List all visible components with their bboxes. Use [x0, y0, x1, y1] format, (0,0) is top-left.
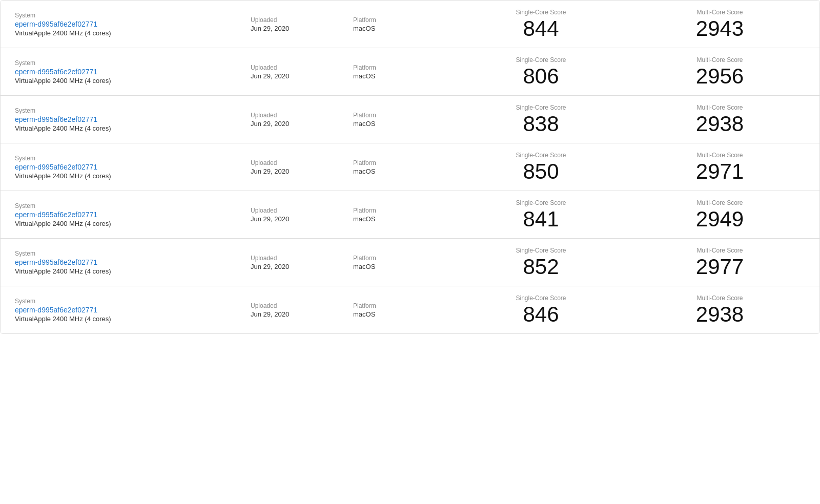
multi-core-score: 2971 [634, 161, 805, 182]
system-link[interactable]: eperm-d995af6e2ef02771 [15, 115, 242, 123]
uploaded-label: Uploaded [251, 64, 345, 71]
table-row: System eperm-d995af6e2ef02771 VirtualApp… [1, 239, 819, 286]
system-col: System eperm-d995af6e2ef02771 VirtualApp… [11, 200, 247, 229]
single-core-score: 852 [456, 256, 626, 278]
uploaded-value: Jun 29, 2020 [251, 215, 345, 223]
multi-core-col: Multi-Core Score 2956 [630, 54, 809, 89]
table-row: System eperm-d995af6e2ef02771 VirtualApp… [1, 96, 819, 143]
multi-core-col: Multi-Core Score 2943 [630, 7, 809, 41]
uploaded-col: Uploaded Jun 29, 2020 [247, 205, 349, 225]
uploaded-value: Jun 29, 2020 [251, 167, 345, 175]
single-core-label: Single-Core Score [456, 152, 626, 159]
system-sub: VirtualApple 2400 MHz (4 cores) [15, 172, 242, 180]
system-link[interactable]: eperm-d995af6e2ef02771 [15, 68, 242, 76]
single-core-label: Single-Core Score [456, 56, 626, 64]
uploaded-col: Uploaded Jun 29, 2020 [247, 157, 349, 177]
uploaded-col: Uploaded Jun 29, 2020 [247, 62, 349, 82]
platform-value: macOS [353, 310, 447, 318]
multi-core-label: Multi-Core Score [634, 199, 805, 206]
multi-core-label: Multi-Core Score [634, 295, 805, 302]
results-table: System eperm-d995af6e2ef02771 VirtualApp… [0, 0, 820, 334]
platform-col: Platform macOS [349, 62, 452, 82]
system-link[interactable]: eperm-d995af6e2ef02771 [15, 163, 242, 171]
platform-label: Platform [353, 255, 447, 262]
uploaded-value: Jun 29, 2020 [251, 263, 345, 270]
multi-core-col: Multi-Core Score 2977 [630, 245, 809, 280]
single-core-col: Single-Core Score 852 [452, 245, 630, 280]
system-label: System [15, 298, 242, 305]
system-label: System [15, 12, 242, 19]
single-core-col: Single-Core Score 838 [452, 102, 630, 137]
single-core-score: 806 [456, 66, 626, 87]
system-sub: VirtualApple 2400 MHz (4 cores) [15, 124, 242, 132]
system-col: System eperm-d995af6e2ef02771 VirtualApp… [11, 248, 247, 277]
system-link[interactable]: eperm-d995af6e2ef02771 [15, 258, 242, 266]
multi-core-score: 2938 [634, 113, 805, 135]
system-col: System eperm-d995af6e2ef02771 VirtualApp… [11, 57, 247, 87]
uploaded-value: Jun 29, 2020 [251, 72, 345, 80]
platform-label: Platform [353, 159, 447, 166]
platform-value: macOS [353, 215, 447, 223]
platform-col: Platform macOS [349, 110, 452, 130]
platform-label: Platform [353, 16, 447, 24]
multi-core-score: 2956 [634, 66, 805, 87]
uploaded-label: Uploaded [251, 302, 345, 309]
system-link[interactable]: eperm-d995af6e2ef02771 [15, 211, 242, 219]
single-core-label: Single-Core Score [456, 9, 626, 16]
uploaded-label: Uploaded [251, 207, 345, 214]
platform-label: Platform [353, 112, 447, 119]
uploaded-col: Uploaded Jun 29, 2020 [247, 110, 349, 130]
platform-col: Platform macOS [349, 300, 452, 320]
single-core-label: Single-Core Score [456, 199, 626, 206]
system-link[interactable]: eperm-d995af6e2ef02771 [15, 20, 242, 28]
multi-core-label: Multi-Core Score [634, 152, 805, 159]
uploaded-col: Uploaded Jun 29, 2020 [247, 253, 349, 272]
single-core-score: 850 [456, 161, 626, 182]
platform-col: Platform macOS [349, 253, 452, 272]
system-label: System [15, 250, 242, 257]
platform-value: macOS [353, 25, 447, 32]
table-row: System eperm-d995af6e2ef02771 VirtualApp… [1, 48, 819, 96]
multi-core-col: Multi-Core Score 2938 [630, 102, 809, 137]
multi-core-col: Multi-Core Score 2938 [630, 292, 809, 327]
system-label: System [15, 202, 242, 209]
single-core-score: 841 [456, 208, 626, 230]
system-sub: VirtualApple 2400 MHz (4 cores) [15, 220, 242, 227]
uploaded-value: Jun 29, 2020 [251, 120, 345, 128]
multi-core-col: Multi-Core Score 2949 [630, 197, 809, 232]
multi-core-label: Multi-Core Score [634, 9, 805, 16]
system-col: System eperm-d995af6e2ef02771 VirtualApp… [11, 105, 247, 134]
uploaded-value: Jun 29, 2020 [251, 25, 345, 32]
single-core-col: Single-Core Score 844 [452, 7, 630, 41]
system-col: System eperm-d995af6e2ef02771 VirtualApp… [11, 10, 247, 39]
single-core-label: Single-Core Score [456, 104, 626, 111]
uploaded-label: Uploaded [251, 112, 345, 119]
uploaded-label: Uploaded [251, 255, 345, 262]
table-row: System eperm-d995af6e2ef02771 VirtualApp… [1, 1, 819, 48]
single-core-label: Single-Core Score [456, 247, 626, 254]
multi-core-score: 2938 [634, 304, 805, 325]
platform-label: Platform [353, 207, 447, 214]
system-col: System eperm-d995af6e2ef02771 VirtualApp… [11, 296, 247, 325]
single-core-score: 844 [456, 18, 626, 39]
platform-col: Platform macOS [349, 205, 452, 225]
table-row: System eperm-d995af6e2ef02771 VirtualApp… [1, 286, 819, 333]
system-link[interactable]: eperm-d995af6e2ef02771 [15, 306, 242, 314]
single-core-score: 838 [456, 113, 626, 135]
platform-label: Platform [353, 64, 447, 71]
platform-col: Platform macOS [349, 157, 452, 177]
table-row: System eperm-d995af6e2ef02771 VirtualApp… [1, 143, 819, 191]
uploaded-label: Uploaded [251, 16, 345, 24]
system-sub: VirtualApple 2400 MHz (4 cores) [15, 315, 242, 323]
single-core-label: Single-Core Score [456, 295, 626, 302]
system-col: System eperm-d995af6e2ef02771 VirtualApp… [11, 153, 247, 182]
system-sub: VirtualApple 2400 MHz (4 cores) [15, 267, 242, 275]
platform-value: macOS [353, 120, 447, 128]
platform-value: macOS [353, 167, 447, 175]
platform-value: macOS [353, 263, 447, 270]
uploaded-label: Uploaded [251, 159, 345, 166]
multi-core-label: Multi-Core Score [634, 247, 805, 254]
system-label: System [15, 59, 242, 67]
multi-core-score: 2977 [634, 256, 805, 278]
multi-core-col: Multi-Core Score 2971 [630, 150, 809, 184]
